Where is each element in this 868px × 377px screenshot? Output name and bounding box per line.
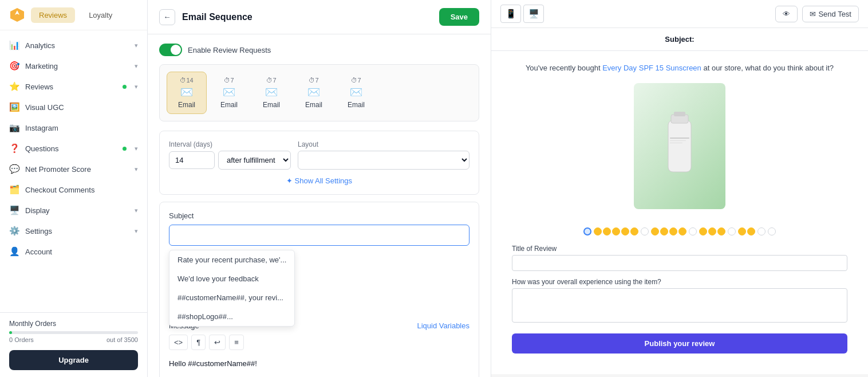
product-link[interactable]: Every Day SPF 15 Sunscreen (602, 64, 701, 72)
message-toolbar: <> ¶ ↩ ≡ (169, 335, 469, 350)
monthly-orders-label: Monthly Orders (9, 320, 138, 328)
display-icon: 🖥️ (9, 205, 19, 215)
star-11[interactable] (699, 227, 707, 235)
interval-label: Interval (days) (169, 140, 291, 148)
paragraph-btn[interactable]: ¶ (191, 335, 206, 350)
star-13[interactable] (717, 227, 725, 235)
liquid-variables-link[interactable]: Liquid Variables (417, 321, 469, 330)
star-6[interactable] (630, 227, 638, 235)
experience-textarea[interactable] (512, 288, 847, 323)
main-content: ← Email Sequence Save Enable Review Requ… (148, 0, 868, 377)
enable-toggle[interactable] (159, 44, 182, 56)
toggle-label: Enable Review Requests (188, 46, 271, 54)
subject-input-wrapper: Rate your recent purchase, we'... We'd l… (169, 225, 469, 253)
layout-select[interactable] (298, 151, 469, 170)
upgrade-button[interactable]: Upgrade (9, 350, 138, 370)
star-5[interactable] (621, 227, 629, 235)
sidebar-item-label: Visual UGC (25, 103, 138, 112)
back-button[interactable]: ← (159, 9, 175, 25)
mobile-view-btn[interactable]: 📱 (500, 5, 521, 23)
star-7[interactable] (651, 227, 659, 235)
chevron-icon: ▾ (135, 42, 138, 49)
interval-input[interactable] (169, 151, 215, 169)
loyalty-tab[interactable]: Loyalty (81, 7, 120, 23)
show-all-settings[interactable]: ✦ Show All Settings (169, 176, 469, 185)
sidebar-item-settings[interactable]: ⚙️ Settings ▾ (0, 221, 147, 241)
notification-dot (123, 147, 127, 151)
star-8[interactable] (660, 227, 668, 235)
star-2[interactable] (594, 227, 602, 235)
interval-group: Interval (days) after fulfillment (169, 140, 291, 170)
star-empty-5[interactable] (768, 227, 776, 235)
sidebar-item-marketing[interactable]: 🎯 Marketing ▾ (0, 56, 147, 76)
star-empty-3[interactable] (728, 227, 736, 235)
star-12[interactable] (708, 227, 716, 235)
star-3[interactable] (603, 227, 611, 235)
sidebar-item-nps[interactable]: 💬 Net Promoter Score ▾ (0, 159, 147, 179)
preview-eye-btn[interactable]: 👁 (775, 6, 798, 22)
star-10[interactable] (678, 227, 686, 235)
sidebar-item-questions[interactable]: ❓ Questions ▾ (0, 138, 147, 159)
subject-input[interactable] (169, 225, 469, 246)
preview-actions: 👁 ✉ Send Test (775, 6, 859, 22)
star-empty-1[interactable] (641, 227, 649, 235)
star-1[interactable] (583, 227, 591, 235)
toggle-knob (171, 45, 181, 55)
star-4[interactable] (612, 227, 620, 235)
email-step-2[interactable]: ⏱7 ✉️ Email (209, 72, 249, 114)
sidebar-item-checkout-comments[interactable]: 🗂️ Checkout Comments (0, 179, 147, 200)
preview-subject-bar: Subject: (491, 28, 868, 51)
chevron-icon: ▾ (135, 166, 138, 173)
desktop-view-btn[interactable]: 🖥️ (523, 5, 544, 23)
instagram-icon: 📷 (9, 123, 19, 133)
visual-ugc-icon: 🖼️ (9, 102, 19, 112)
sidebar-item-label: Net Promoter Score (25, 165, 129, 174)
email-step-1[interactable]: ⏱14 ✉️ Email (167, 72, 207, 114)
dropdown-item-3[interactable]: ##customerName##, your revi... (169, 288, 294, 307)
progress-bar-fill (9, 331, 12, 334)
chevron-icon: ▾ (135, 207, 138, 214)
star-14[interactable] (738, 227, 746, 235)
sidebar-item-display[interactable]: 🖥️ Display ▾ (0, 200, 147, 221)
chevron-icon: ▾ (135, 83, 138, 91)
star-empty-4[interactable] (757, 227, 766, 235)
checkout-icon: 🗂️ (9, 184, 19, 195)
email-step-4[interactable]: ⏱7 ✉️ Email (294, 72, 334, 114)
experience-label: How was your overall experience using th… (512, 278, 847, 286)
preview-scrollable[interactable]: Subject: You've recently bought Every Da… (491, 28, 868, 377)
dropdown-item-1[interactable]: Rate your recent purchase, we'... (169, 250, 294, 269)
sidebar-item-visual-ugc[interactable]: 🖼️ Visual UGC (0, 97, 147, 117)
chevron-icon: ▾ (135, 145, 138, 152)
title-of-review-input[interactable] (512, 255, 847, 271)
email-step-5[interactable]: ⏱7 ✉️ Email (336, 72, 376, 114)
save-button[interactable]: Save (439, 8, 479, 26)
sidebar-item-label: Instagram (25, 124, 138, 132)
email-sequence-panel: ← Email Sequence Save Enable Review Requ… (148, 0, 491, 377)
reviews-tab[interactable]: Reviews (31, 7, 75, 23)
code-btn[interactable]: <> (169, 335, 188, 350)
dropdown-item-4[interactable]: ##shopLogo##... (169, 307, 294, 326)
fulfillment-select[interactable]: after fulfillment (218, 151, 291, 170)
undo-btn[interactable]: ↩ (209, 335, 226, 350)
star-empty-2[interactable] (689, 227, 697, 235)
menu-btn[interactable]: ≡ (229, 335, 244, 350)
star-15[interactable] (747, 227, 755, 235)
email-step-3[interactable]: ⏱7 ✉️ Email (251, 72, 291, 114)
nps-icon: 💬 (9, 164, 19, 174)
send-test-btn[interactable]: ✉ Send Test (802, 6, 859, 22)
publish-review-btn[interactable]: Publish your review (512, 333, 847, 354)
svg-rect-2 (674, 112, 685, 116)
dropdown-item-2[interactable]: We'd love your feedback (169, 269, 294, 288)
star-9[interactable] (669, 227, 677, 235)
sidebar-item-instagram[interactable]: 📷 Instagram (0, 117, 147, 138)
sidebar-item-account[interactable]: 👤 Account (0, 241, 147, 262)
step-label-5: Email (348, 101, 365, 109)
sidebar-footer: Monthly Orders 0 Orders out of 3500 Upgr… (0, 312, 147, 377)
sidebar-item-label: Reviews (25, 83, 117, 91)
panel-header: ← Email Sequence Save (148, 0, 491, 34)
star-group-8 (738, 227, 755, 235)
sidebar-item-reviews[interactable]: ⭐ Reviews ▾ (0, 76, 147, 97)
review-form: Title of Review How was your overall exp… (503, 245, 857, 363)
svg-rect-0 (668, 120, 691, 172)
sidebar-item-analytics[interactable]: 📊 Analytics ▾ (0, 35, 147, 56)
